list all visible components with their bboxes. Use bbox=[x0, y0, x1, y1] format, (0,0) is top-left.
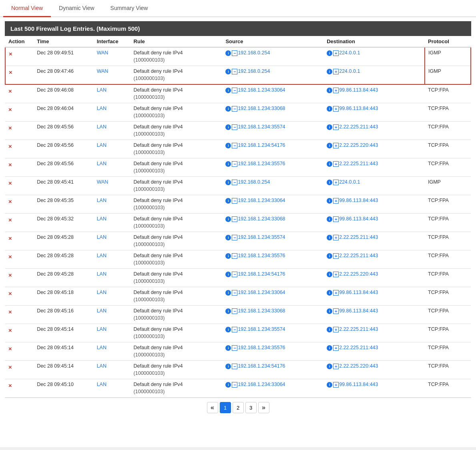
source-address[interactable]: 192.168.1.234:54176 bbox=[238, 142, 285, 148]
source-info-icon[interactable]: i bbox=[225, 308, 231, 314]
source-address[interactable]: 192.168.1.234:35574 bbox=[238, 124, 285, 130]
source-expand-icon[interactable]: − bbox=[232, 124, 237, 130]
source-info-icon[interactable]: i bbox=[225, 327, 231, 332]
dest-info-icon[interactable]: i bbox=[327, 235, 332, 240]
deny-icon[interactable]: × bbox=[8, 143, 12, 150]
source-expand-icon[interactable]: − bbox=[232, 235, 237, 240]
deny-icon[interactable]: × bbox=[8, 235, 12, 242]
source-address[interactable]: 192.168.1.234:33068 bbox=[238, 216, 285, 222]
dest-expand-icon[interactable]: + bbox=[333, 308, 339, 314]
dest-expand-icon[interactable]: + bbox=[333, 50, 339, 56]
dest-expand-icon[interactable]: + bbox=[333, 327, 339, 332]
source-expand-icon[interactable]: − bbox=[232, 161, 237, 167]
source-address[interactable]: 192.168.1.234:33064 bbox=[238, 87, 285, 93]
dest-expand-icon[interactable]: + bbox=[333, 143, 339, 148]
deny-icon[interactable]: × bbox=[9, 50, 12, 57]
dest-expand-icon[interactable]: + bbox=[333, 88, 339, 93]
deny-icon[interactable]: × bbox=[8, 124, 12, 131]
dest-address[interactable]: 224.0.0.1 bbox=[339, 50, 360, 56]
dest-info-icon[interactable]: i bbox=[327, 143, 332, 148]
dest-expand-icon[interactable]: + bbox=[333, 124, 339, 130]
dest-info-icon[interactable]: i bbox=[327, 345, 332, 351]
dest-address[interactable]: 99.86.113.84:443 bbox=[339, 216, 378, 222]
dest-address[interactable]: 2.22.225.211:443 bbox=[339, 253, 378, 258]
interface-link[interactable]: WAN bbox=[97, 50, 108, 56]
source-info-icon[interactable]: i bbox=[225, 198, 231, 204]
source-expand-icon[interactable]: − bbox=[232, 216, 237, 222]
deny-icon[interactable]: × bbox=[8, 180, 12, 186]
dest-info-icon[interactable]: i bbox=[327, 216, 332, 222]
tab-summary-view[interactable]: Summary View bbox=[102, 0, 156, 17]
source-info-icon[interactable]: i bbox=[225, 216, 231, 222]
deny-icon[interactable]: × bbox=[8, 106, 12, 113]
deny-icon[interactable]: × bbox=[9, 69, 12, 76]
dest-address[interactable]: 99.86.113.84:443 bbox=[339, 87, 378, 93]
source-address[interactable]: 192.168.0.254 bbox=[238, 50, 270, 56]
dest-info-icon[interactable]: i bbox=[327, 50, 332, 56]
source-info-icon[interactable]: i bbox=[225, 69, 231, 74]
dest-address[interactable]: 2.22.225.211:443 bbox=[339, 234, 378, 240]
source-info-icon[interactable]: i bbox=[225, 253, 231, 259]
interface-link[interactable]: LAN bbox=[97, 124, 106, 130]
interface-link[interactable]: LAN bbox=[97, 106, 106, 111]
interface-link[interactable]: LAN bbox=[97, 363, 106, 369]
source-expand-icon[interactable]: − bbox=[232, 290, 237, 296]
tab-dynamic-view[interactable]: Dynamic View bbox=[51, 0, 102, 17]
dest-expand-icon[interactable]: + bbox=[333, 345, 339, 351]
source-info-icon[interactable]: i bbox=[225, 88, 231, 93]
source-address[interactable]: 192.168.0.254 bbox=[238, 68, 270, 74]
dest-expand-icon[interactable]: + bbox=[333, 216, 339, 222]
dest-info-icon[interactable]: i bbox=[327, 382, 332, 388]
source-address[interactable]: 192.168.1.234:33064 bbox=[238, 382, 285, 387]
dest-address[interactable]: 2.22.225.220:443 bbox=[339, 142, 378, 148]
dest-address[interactable]: 2.22.225.211:443 bbox=[339, 345, 378, 350]
interface-link[interactable]: LAN bbox=[97, 142, 106, 148]
interface-link[interactable]: LAN bbox=[97, 198, 106, 203]
page-3[interactable]: 3 bbox=[245, 402, 257, 413]
source-address[interactable]: 192.168.1.234:35576 bbox=[238, 161, 285, 166]
source-info-icon[interactable]: i bbox=[225, 106, 231, 112]
source-expand-icon[interactable]: − bbox=[232, 143, 237, 148]
source-address[interactable]: 192.168.1.234:54176 bbox=[238, 363, 285, 369]
page-next[interactable]: » bbox=[258, 402, 269, 413]
source-address[interactable]: 192.168.1.234:35576 bbox=[238, 345, 285, 350]
dest-info-icon[interactable]: i bbox=[327, 198, 332, 204]
deny-icon[interactable]: × bbox=[8, 364, 12, 370]
dest-info-icon[interactable]: i bbox=[327, 272, 332, 277]
source-expand-icon[interactable]: − bbox=[232, 272, 237, 277]
source-expand-icon[interactable]: − bbox=[232, 382, 237, 388]
dest-expand-icon[interactable]: + bbox=[333, 364, 339, 369]
dest-expand-icon[interactable]: + bbox=[333, 161, 339, 167]
source-info-icon[interactable]: i bbox=[225, 124, 231, 130]
source-info-icon[interactable]: i bbox=[225, 161, 231, 167]
source-info-icon[interactable]: i bbox=[225, 180, 231, 185]
source-info-icon[interactable]: i bbox=[225, 364, 231, 369]
deny-icon[interactable]: × bbox=[8, 272, 12, 278]
source-expand-icon[interactable]: − bbox=[232, 69, 237, 74]
dest-address[interactable]: 99.86.113.84:443 bbox=[339, 308, 378, 314]
source-info-icon[interactable]: i bbox=[225, 272, 231, 277]
source-info-icon[interactable]: i bbox=[225, 345, 231, 351]
dest-address[interactable]: 2.22.225.211:443 bbox=[339, 161, 378, 166]
deny-icon[interactable]: × bbox=[8, 161, 12, 168]
source-expand-icon[interactable]: − bbox=[232, 327, 237, 332]
source-expand-icon[interactable]: − bbox=[232, 180, 237, 185]
source-address[interactable]: 192.168.1.234:35574 bbox=[238, 326, 285, 332]
page-2[interactable]: 2 bbox=[233, 402, 244, 413]
deny-icon[interactable]: × bbox=[8, 88, 12, 94]
source-info-icon[interactable]: i bbox=[225, 382, 231, 388]
interface-link[interactable]: LAN bbox=[97, 290, 106, 295]
dest-address[interactable]: 2.22.225.211:443 bbox=[339, 124, 378, 130]
dest-info-icon[interactable]: i bbox=[327, 180, 332, 185]
tab-normal-view[interactable]: Normal View bbox=[3, 0, 51, 17]
source-expand-icon[interactable]: − bbox=[232, 345, 237, 351]
interface-link[interactable]: LAN bbox=[97, 345, 106, 350]
dest-info-icon[interactable]: i bbox=[327, 308, 332, 314]
source-info-icon[interactable]: i bbox=[225, 50, 231, 56]
dest-expand-icon[interactable]: + bbox=[333, 235, 339, 240]
source-address[interactable]: 192.168.1.234:33068 bbox=[238, 106, 285, 111]
deny-icon[interactable]: × bbox=[8, 290, 12, 297]
interface-link[interactable]: LAN bbox=[97, 382, 106, 387]
interface-link[interactable]: WAN bbox=[97, 179, 108, 185]
dest-address[interactable]: 2.22.225.220:443 bbox=[339, 363, 378, 369]
